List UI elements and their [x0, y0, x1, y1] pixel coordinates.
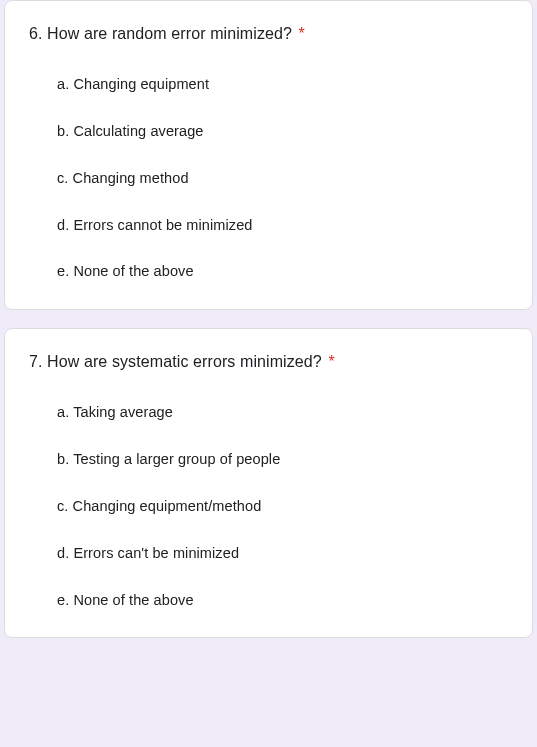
required-indicator: *	[328, 353, 334, 370]
question-text: 7. How are systematic errors minimized?	[29, 353, 322, 370]
required-indicator: *	[299, 25, 305, 42]
question-title: 6. How are random error minimized? *	[29, 25, 508, 43]
option-a[interactable]: a. Taking average	[57, 403, 508, 422]
option-e[interactable]: e. None of the above	[57, 262, 508, 281]
option-d[interactable]: d. Errors cannot be minimized	[57, 216, 508, 235]
options-list: a. Taking average b. Testing a larger gr…	[29, 403, 508, 609]
option-a[interactable]: a. Changing equipment	[57, 75, 508, 94]
option-d[interactable]: d. Errors can't be minimized	[57, 544, 508, 563]
option-e[interactable]: e. None of the above	[57, 591, 508, 610]
option-b[interactable]: b. Calculating average	[57, 122, 508, 141]
question-card-7: 7. How are systematic errors minimized? …	[4, 328, 533, 638]
question-title: 7. How are systematic errors minimized? …	[29, 353, 508, 371]
option-c[interactable]: c. Changing method	[57, 169, 508, 188]
question-text: 6. How are random error minimized?	[29, 25, 292, 42]
options-list: a. Changing equipment b. Calculating ave…	[29, 75, 508, 281]
question-card-6: 6. How are random error minimized? * a. …	[4, 0, 533, 310]
option-b[interactable]: b. Testing a larger group of people	[57, 450, 508, 469]
option-c[interactable]: c. Changing equipment/method	[57, 497, 508, 516]
